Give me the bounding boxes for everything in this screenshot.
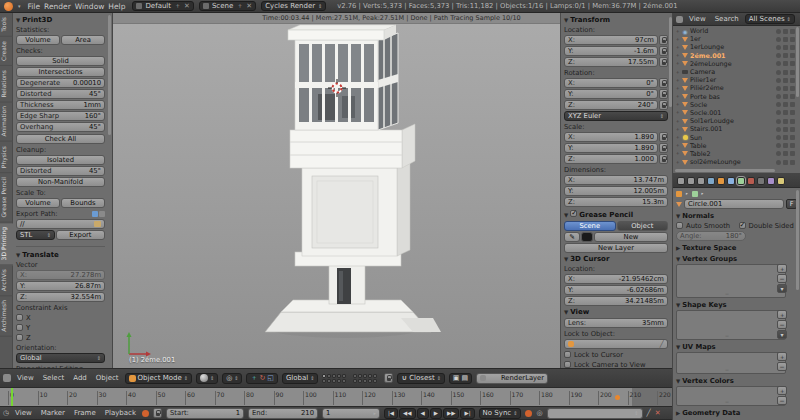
renderability-icon[interactable] (790, 70, 795, 75)
tool-shelf-tab[interactable]: 3D Printing (0, 223, 13, 265)
add-scene-icon[interactable]: ＋ (236, 1, 243, 11)
expand-icon[interactable]: ＋ (675, 134, 680, 141)
outliner-item[interactable]: ＋ sol2émeLounge (675, 158, 795, 166)
rotate-manipulator-icon[interactable]: ↻ (259, 375, 265, 382)
layer-toggle[interactable] (363, 374, 367, 378)
visibility-icon[interactable] (776, 135, 781, 140)
copy-icon[interactable] (99, 211, 105, 217)
axis-checkbox[interactable] (16, 334, 23, 341)
view-panel-header[interactable]: ▼View (564, 308, 668, 316)
lock-to-cursor-checkbox[interactable] (564, 351, 571, 358)
outliner-item[interactable]: ＋ Table (675, 142, 795, 150)
opengl-render-buttons[interactable]: ▣ ▤ (449, 373, 472, 384)
selectability-icon[interactable] (783, 119, 788, 124)
bounds-button[interactable]: Bounds (61, 198, 105, 208)
info-menu-item[interactable]: File (26, 2, 43, 11)
cursor-field[interactable]: X:-21.95462cm (564, 274, 668, 284)
angle-slider[interactable]: Angle:180° (676, 231, 746, 241)
remove-vertex-color-button[interactable]: − (777, 396, 787, 405)
renderability-icon[interactable] (790, 29, 795, 34)
timeline-menu-item[interactable]: Marker (39, 409, 67, 417)
renderability-icon[interactable] (790, 135, 795, 140)
selectability-icon[interactable] (783, 143, 788, 148)
selectability-icon[interactable] (783, 127, 788, 132)
layer-toggle[interactable] (353, 379, 357, 383)
visibility-icon[interactable] (776, 29, 781, 34)
expand-icon[interactable]: ＋ (675, 109, 680, 116)
visibility-icon[interactable] (776, 160, 781, 165)
expand-icon[interactable]: ＋ (675, 60, 680, 67)
frame-start-field[interactable]: Start:1 (166, 408, 244, 419)
visibility-icon[interactable] (776, 119, 781, 124)
record-icon[interactable] (525, 410, 532, 417)
lock-icon[interactable] (384, 373, 393, 383)
layer-toggle[interactable] (363, 379, 367, 383)
properties-tab[interactable] (697, 177, 705, 185)
check-row[interactable]: Thickness 1mm (16, 100, 105, 110)
tool-shelf-tab[interactable]: Tools (0, 13, 13, 37)
lens-field[interactable]: Lens:35mm (564, 318, 668, 328)
check-row[interactable]: Distorted 45° (16, 89, 105, 99)
renderability-icon[interactable] (790, 86, 795, 91)
vertex-groups-list[interactable] (676, 264, 786, 298)
expand-icon[interactable]: ＋ (675, 52, 680, 59)
playback-button[interactable]: ▶▶ (443, 408, 459, 419)
scale-volume-button[interactable]: Volume (16, 198, 60, 208)
scene-selector[interactable]: Scene ＋ ✕ (199, 1, 256, 11)
properties-tab[interactable] (707, 177, 715, 185)
expand-icon[interactable]: ＋ (675, 126, 680, 133)
tool-shelf-tab[interactable]: Physics (0, 142, 13, 173)
viewport-menu-item[interactable]: Select (41, 374, 67, 382)
info-editor-chevron-icon[interactable]: ▾ (18, 3, 21, 9)
scale-manipulator-icon[interactable]: ◱ (267, 375, 274, 382)
selectability-icon[interactable] (783, 29, 788, 34)
grease-pencil-panel-header[interactable]: ▼Grease Pencil (564, 210, 668, 219)
visibility-icon[interactable] (776, 143, 781, 148)
expand-icon[interactable]: ＋ (675, 159, 680, 166)
vertex-colors-list[interactable] (676, 386, 786, 406)
keying-filter-icon[interactable]: ◎ (536, 410, 542, 417)
rotation-field[interactable]: Z:240° (564, 100, 658, 110)
selectability-icon[interactable] (783, 110, 788, 115)
layer-toggle[interactable] (368, 379, 372, 383)
tool-shelf-scrollbar[interactable] (108, 15, 111, 135)
outliner-item[interactable]: ＋ 1erLounge (675, 43, 795, 51)
layer-toggle[interactable] (358, 374, 362, 378)
outliner-menu-item[interactable]: Search (713, 15, 741, 23)
renderability-icon[interactable] (790, 102, 795, 107)
export-format-dropdown[interactable]: STL⇕ (16, 230, 55, 240)
tool-shelf-tab[interactable]: Animation (0, 102, 13, 142)
autokey-record-icon[interactable] (142, 410, 149, 417)
renderability-icon[interactable] (790, 119, 795, 124)
layer-toggle[interactable] (332, 379, 336, 383)
gp-new-button[interactable]: New (594, 232, 668, 242)
axis-checkbox[interactable] (16, 324, 23, 331)
manipulator-buttons[interactable]: ＋ ↻ ◱ (246, 373, 278, 384)
visibility-icon[interactable] (776, 70, 781, 75)
selectability-icon[interactable] (783, 94, 788, 99)
selectability-icon[interactable] (783, 37, 788, 42)
expand-icon[interactable]: ＋ (675, 93, 680, 100)
scale-field[interactable]: Z:1.000 (564, 154, 658, 164)
viewport-3d[interactable]: Time:00:03.44 | Mem:27.51M, Peak:27.51M … (113, 13, 560, 368)
remove-vertex-group-button[interactable]: − (777, 274, 787, 283)
editor-type-icon[interactable] (3, 374, 11, 382)
frame-end-field[interactable]: End:210 (248, 408, 318, 419)
layer-toggle[interactable] (337, 374, 341, 378)
properties-tab[interactable] (727, 177, 735, 185)
expand-icon[interactable]: ＋ (675, 69, 680, 76)
visibility-icon[interactable] (776, 127, 781, 132)
cursor-field[interactable]: Y:-6.02686m (564, 285, 668, 295)
properties-tab[interactable] (717, 177, 725, 185)
visibility-icon[interactable] (776, 94, 781, 99)
solid-check-button[interactable]: Solid (16, 56, 105, 66)
cursor-panel-header[interactable]: ▼3D Cursor (564, 255, 668, 263)
translate-manipulator-icon[interactable]: ＋ (250, 375, 257, 382)
visibility-icon[interactable] (776, 53, 781, 58)
dimension-field[interactable]: Y:12.005m (564, 186, 668, 196)
layer-toggle[interactable] (342, 379, 346, 383)
properties-scrollbar[interactable] (796, 190, 799, 290)
render-engine-selector[interactable]: Cycles Render ⇕ (261, 1, 326, 11)
outliner-menu-item[interactable]: View (687, 15, 708, 23)
gp-scene-button[interactable]: Scene (564, 221, 616, 231)
